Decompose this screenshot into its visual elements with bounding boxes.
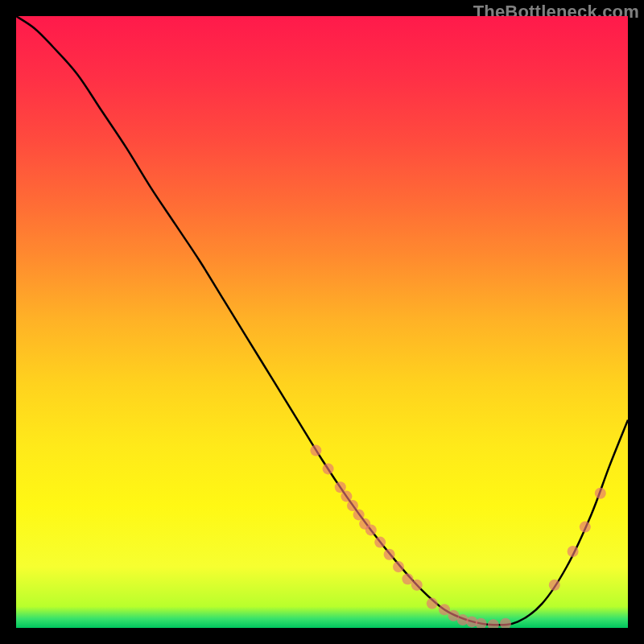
data-marker xyxy=(439,604,450,615)
data-marker xyxy=(568,546,579,557)
gradient-background xyxy=(16,16,628,628)
data-marker xyxy=(353,509,365,520)
data-marker xyxy=(402,573,413,584)
data-marker xyxy=(365,524,377,535)
data-marker xyxy=(549,580,560,591)
data-marker xyxy=(595,488,606,499)
data-marker xyxy=(341,491,352,502)
data-marker xyxy=(347,500,358,511)
data-marker xyxy=(580,522,591,533)
data-marker xyxy=(374,537,386,548)
data-marker xyxy=(427,598,438,609)
data-marker xyxy=(323,463,334,474)
data-marker xyxy=(411,580,423,591)
data-marker xyxy=(393,561,404,572)
bottleneck-chart xyxy=(16,16,628,628)
data-marker xyxy=(335,481,346,493)
data-marker xyxy=(310,445,321,456)
plot-area xyxy=(16,16,628,628)
chart-container: TheBottleneck.com xyxy=(0,0,644,644)
data-marker xyxy=(384,549,395,560)
